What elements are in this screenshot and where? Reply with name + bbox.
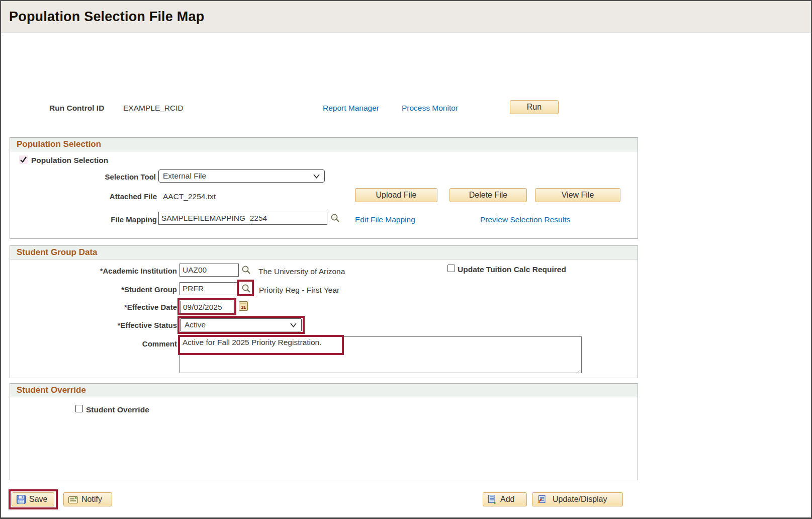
update-tuition-calc-checkbox[interactable] [447, 265, 455, 272]
effective-status-label: *Effective Status [21, 321, 177, 329]
effective-date-label: *Effective Date [21, 303, 177, 311]
run-control-id-label: Run Control ID [49, 104, 104, 113]
effective-date-input[interactable] [180, 301, 233, 313]
student-override-section: Student Override [10, 383, 638, 480]
population-selection-section-header: Population Selection [10, 138, 638, 151]
add-button[interactable]: Add [483, 492, 527, 506]
academic-institution-label: *Academic Institution [21, 267, 177, 275]
student-group-lookup-icon[interactable] [241, 284, 251, 295]
add-document-icon [488, 495, 497, 504]
student-override-section-header: Student Override [10, 384, 638, 397]
student-override-section-title: Student Override [17, 385, 86, 395]
academic-institution-lookup-icon[interactable] [241, 265, 251, 277]
update-display-button-label: Update/Display [553, 495, 607, 504]
preview-selection-results-link[interactable]: Preview Selection Results [480, 215, 570, 224]
add-button-label: Add [500, 495, 514, 504]
student-group-data-section-title: Student Group Data [17, 247, 98, 257]
view-file-button[interactable]: View File [535, 188, 620, 202]
edit-file-mapping-link[interactable]: Edit File Mapping [355, 215, 415, 224]
effective-status-value: Active [185, 320, 206, 329]
population-selection-checkbox[interactable] [19, 155, 28, 164]
population-selection-checkbox-label: Population Selection [31, 156, 108, 165]
update-display-button[interactable]: Update/Display [532, 492, 623, 506]
chevron-down-icon [313, 174, 320, 179]
selection-tool-label: Selection Tool [10, 172, 156, 181]
delete-file-button[interactable]: Delete File [449, 188, 527, 202]
save-button[interactable]: Save [12, 492, 54, 506]
process-monitor-link[interactable]: Process Monitor [402, 104, 458, 113]
run-button[interactable]: Run [510, 100, 559, 114]
save-icon [17, 495, 26, 504]
effective-status-select[interactable]: Active [180, 318, 302, 331]
save-button-label: Save [29, 495, 47, 504]
selection-tool-select[interactable]: External File [158, 169, 325, 183]
comment-label: Comment [21, 339, 177, 348]
chevron-down-icon [290, 323, 297, 327]
notify-button[interactable]: Notify [63, 492, 112, 506]
attached-file-label: Attached File [11, 192, 157, 201]
student-override-checkbox[interactable] [75, 405, 83, 412]
student-group-data-section-header: Student Group Data [10, 246, 638, 260]
file-mapping-lookup-icon[interactable] [330, 213, 340, 225]
file-mapping-label: File Mapping [11, 215, 157, 224]
calendar-icon[interactable]: 31 [239, 301, 248, 311]
population-selection-file-map-page: Population Selection File Map Run Contro… [0, 0, 812, 519]
selection-tool-value: External File [163, 171, 206, 181]
update-display-pencil-icon [537, 495, 547, 504]
run-control-id-value: EXAMPLE_RCID [123, 104, 184, 113]
checkmark-icon [20, 156, 27, 163]
academic-institution-desc: The University of Arizona [258, 267, 345, 276]
student-group-input[interactable] [179, 282, 239, 295]
student-group-label: *Student Group [21, 285, 177, 294]
report-manager-link[interactable]: Report Manager [323, 104, 379, 113]
student-override-checkbox-label: Student Override [86, 405, 149, 414]
attached-file-value: AACT_2254.txt [163, 192, 216, 201]
comment-textarea[interactable]: Active for Fall 2025 Priority Registrati… [179, 336, 582, 373]
update-tuition-calc-label: Update Tuition Calc Required [458, 265, 566, 274]
academic-institution-input[interactable] [179, 264, 239, 277]
file-mapping-input[interactable] [158, 212, 327, 225]
notify-envelope-icon [68, 496, 78, 503]
upload-file-button[interactable]: Upload File [355, 188, 437, 202]
student-group-desc: Priority Reg - First Year [259, 286, 339, 295]
population-selection-section-title: Population Selection [17, 139, 101, 149]
notify-button-label: Notify [81, 495, 102, 504]
page-title: Population Selection File Map [9, 9, 204, 25]
page-header: Population Selection File Map [1, 1, 811, 33]
